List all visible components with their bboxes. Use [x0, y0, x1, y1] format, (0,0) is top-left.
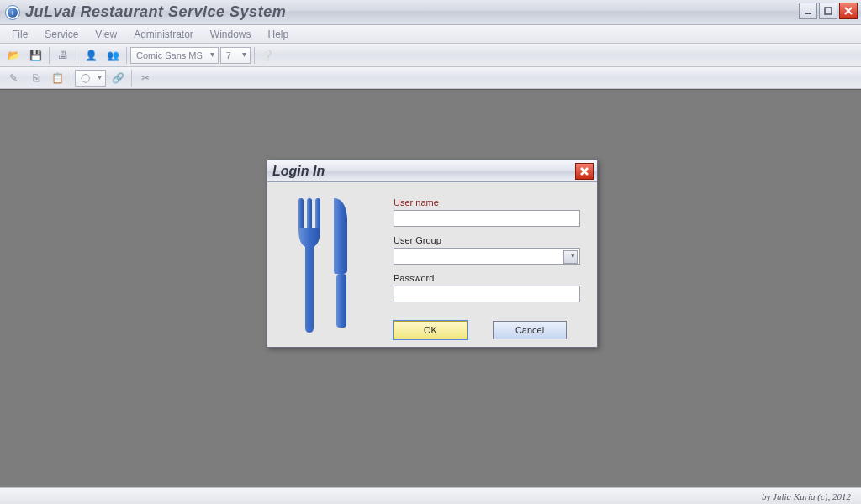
svg-rect-4: [315, 198, 320, 232]
toolbar-secondary: ✎ ⎘ 📋 ◯ 🔗 ✂: [0, 67, 861, 89]
user-icon: 👤: [85, 50, 98, 61]
toolbar-primary: 📂 💾 🖶 👤 👥 Comic Sans MS 7 ❔: [0, 44, 861, 67]
password-label: Password: [394, 273, 580, 283]
status-bar: by Julia Kuria (c), 2012: [0, 487, 861, 504]
paste-icon: 📋: [51, 72, 64, 84]
menu-windows[interactable]: Windows: [203, 27, 258, 42]
dialog-title-bar[interactable]: Login In: [267, 160, 597, 182]
cancel-label: Cancel: [515, 325, 544, 335]
toolbar-users-button[interactable]: 👥: [103, 46, 123, 65]
toolbar-edit-button[interactable]: ✎: [3, 69, 24, 87]
svg-rect-3: [307, 198, 312, 232]
save-icon: 💾: [29, 50, 42, 61]
dialog-form: User name User Group Password OK Cancel: [385, 182, 597, 347]
toolbar-copy-button[interactable]: ⎘: [25, 69, 45, 87]
edit-icon: ✎: [9, 72, 18, 84]
fork-knife-icon: [288, 193, 364, 336]
toolbar-save-button[interactable]: 💾: [25, 46, 45, 65]
toolbar-tool-button[interactable]: ✂: [135, 69, 156, 87]
toolbar-paste-button[interactable]: 📋: [47, 69, 67, 87]
link-icon: 🔗: [112, 72, 124, 84]
username-row: User name: [394, 197, 580, 227]
maximize-button[interactable]: [819, 3, 837, 19]
menu-service[interactable]: Service: [38, 27, 85, 42]
toolbar-print-button[interactable]: 🖶: [53, 46, 73, 65]
font-name-value: Comic Sans MS: [136, 50, 203, 60]
ok-button[interactable]: OK: [394, 321, 467, 339]
dialog-close-button[interactable]: [575, 163, 594, 180]
print-icon: 🖶: [58, 50, 68, 61]
font-size-combo[interactable]: 7: [220, 47, 251, 64]
toolbar-separator: [126, 47, 127, 64]
font-name-combo[interactable]: Comic Sans MS: [130, 47, 219, 64]
dialog-title: Login In: [272, 164, 325, 179]
users-icon: 👥: [107, 50, 119, 61]
toolbar-separator: [131, 70, 132, 87]
toolbar-misc-combo[interactable]: ◯: [75, 70, 106, 87]
username-label: User name: [394, 197, 580, 207]
username-input[interactable]: [394, 210, 580, 227]
toolbar-link-button[interactable]: 🔗: [108, 69, 128, 87]
font-size-value: 7: [226, 50, 231, 60]
status-credit: by Julia Kuria (c), 2012: [762, 491, 851, 501]
toolbar-open-button[interactable]: 📂: [3, 46, 24, 65]
title-bar: i JuLvai Restaurant Service System: [0, 0, 861, 25]
close-icon: [579, 166, 589, 176]
misc-icon: ◯: [81, 73, 90, 82]
dialog-button-row: OK Cancel: [394, 321, 580, 339]
dialog-body: User name User Group Password OK Cancel: [267, 182, 597, 347]
copy-icon: ⎘: [33, 72, 39, 84]
open-icon: 📂: [8, 50, 20, 61]
menu-view[interactable]: View: [88, 27, 124, 42]
usergroup-select[interactable]: [394, 248, 580, 265]
menu-file[interactable]: File: [5, 27, 34, 42]
password-row: Password: [394, 273, 580, 302]
toolbar-separator: [254, 47, 255, 64]
usergroup-label: User Group: [394, 235, 580, 245]
dialog-image: [267, 182, 385, 347]
app-icon-inner: i: [8, 8, 18, 18]
window-title: JuLvai Restaurant Service System: [25, 3, 286, 21]
toolbar-help-button[interactable]: ❔: [258, 46, 278, 65]
svg-rect-5: [336, 274, 346, 328]
help-icon: ❔: [261, 50, 274, 61]
menu-help[interactable]: Help: [261, 27, 296, 42]
menu-bar: File Service View Administrator Windows …: [0, 25, 861, 44]
svg-rect-1: [825, 8, 832, 14]
svg-rect-2: [298, 198, 304, 232]
toolbar-separator: [77, 47, 77, 64]
password-input[interactable]: [394, 286, 580, 302]
usergroup-row: User Group: [394, 235, 580, 265]
toolbar-user-button[interactable]: 👤: [81, 46, 101, 65]
close-icon: [844, 7, 853, 15]
minimize-button[interactable]: [799, 3, 817, 19]
toolbar-separator: [71, 70, 71, 87]
window-controls: [799, 3, 858, 19]
maximize-icon: [824, 7, 832, 15]
toolbar-separator: [49, 47, 50, 64]
login-dialog: Login In: [267, 160, 598, 348]
svg-rect-0: [805, 13, 811, 14]
menu-administrator[interactable]: Administrator: [127, 27, 200, 42]
cancel-button[interactable]: Cancel: [493, 321, 567, 339]
close-button[interactable]: [839, 3, 858, 19]
tool-icon: ✂: [141, 72, 150, 84]
ok-label: OK: [424, 325, 437, 335]
minimize-icon: [804, 7, 812, 15]
app-icon: i: [5, 5, 20, 20]
